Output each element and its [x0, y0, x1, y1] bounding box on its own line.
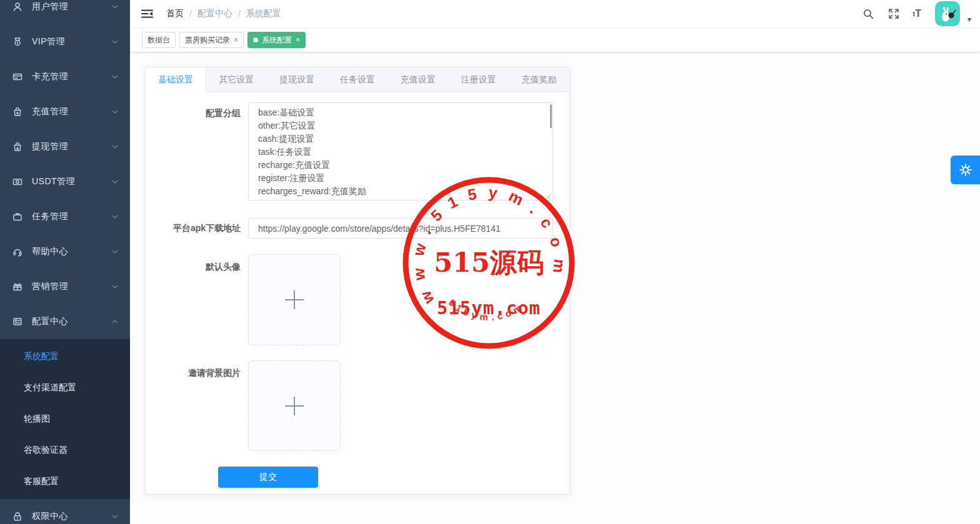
- caret-down-icon[interactable]: ▾: [968, 15, 971, 24]
- chevron-down-icon: [111, 213, 119, 220]
- sidebar-item-label: 提现管理: [32, 141, 111, 152]
- sidebar-item-label: 配置中心: [32, 316, 111, 327]
- breadcrumb-separator: /: [238, 9, 241, 19]
- sidebar-item-label: VIP管理: [32, 36, 111, 47]
- tag-label: 系统配置: [262, 35, 292, 46]
- sidebar-item-label: 权限中心: [32, 511, 111, 522]
- font-size-big-letter: T: [915, 8, 921, 19]
- sidebar-item-permission[interactable]: 权限中心: [0, 499, 130, 524]
- chevron-down-icon: [111, 513, 119, 520]
- chevron-down-icon: [111, 248, 119, 255]
- close-icon[interactable]: ×: [234, 36, 238, 44]
- sidebar-item-config-center[interactable]: 配置中心: [0, 304, 130, 339]
- tag-system-config[interactable]: 系统配置 ×: [248, 32, 306, 48]
- chevron-down-icon: [111, 38, 119, 46]
- main-area: 首页 / 配置中心 / 系统配置 tT ▾: [130, 0, 980, 524]
- tab-other-settings[interactable]: 其它设置: [206, 67, 267, 92]
- config-groups-textarea[interactable]: base:基础设置 other:其它设置 cash:提现设置 task:任务设置…: [248, 102, 553, 200]
- search-icon[interactable]: [862, 8, 874, 20]
- avatar[interactable]: [935, 1, 960, 26]
- font-size-icon[interactable]: tT: [913, 8, 921, 19]
- sidebar-item-vip[interactable]: VIP管理: [0, 24, 130, 59]
- sidebar-item-usdt[interactable]: USDT管理: [0, 164, 130, 199]
- tab-recharge-reward[interactable]: 充值奖励: [509, 67, 569, 92]
- topbar-actions: tT ▾: [849, 1, 971, 26]
- sidebar-collapse-icon[interactable]: [141, 7, 155, 20]
- settings-card-icon: [11, 315, 24, 328]
- config-groups-field-wrap: base:基础设置 other:其它设置 cash:提现设置 task:任务设置…: [248, 102, 553, 203]
- submenu-label: 系统配置: [24, 351, 59, 362]
- tab-task-settings[interactable]: 任务设置: [328, 67, 388, 92]
- topbar: 首页 / 配置中心 / 系统配置 tT ▾: [130, 0, 980, 28]
- bag-arrow-down-icon: [11, 141, 24, 153]
- sidebar-item-label: 用户管理: [32, 1, 111, 12]
- sidebar-item-withdraw[interactable]: 提现管理: [0, 129, 130, 164]
- lock-icon: [11, 510, 24, 523]
- sidebar-item-carousel[interactable]: 轮播图: [0, 403, 130, 435]
- submenu-label: 支付渠道配置: [24, 382, 76, 393]
- sidebar-item-payment-channel[interactable]: 支付渠道配置: [0, 372, 130, 403]
- sidebar-menu: 用户管理 VIP管理 卡充管理 充: [0, 0, 130, 524]
- app-root: 用户管理 VIP管理 卡充管理 充: [0, 0, 980, 524]
- tab-register-settings[interactable]: 注册设置: [448, 67, 509, 92]
- chevron-up-icon: [111, 318, 119, 325]
- fullscreen-icon[interactable]: [888, 8, 899, 19]
- sidebar-item-users[interactable]: 用户管理: [0, 0, 130, 24]
- plus-icon: [285, 397, 304, 415]
- gift-icon: [11, 280, 24, 293]
- form-submit-row: 提交: [146, 467, 569, 488]
- tag-ticket-records[interactable]: 票房购买记录 ×: [179, 32, 244, 48]
- chevron-down-icon: [111, 73, 119, 81]
- form-row-default-avatar: 默认头像: [146, 254, 569, 345]
- settings-card: 基础设置 其它设置 提现设置 任务设置 充值设置 注册设置 充值奖励 配置分组 …: [145, 67, 570, 495]
- tag-label: 票房购买记录: [185, 35, 230, 46]
- gear-icon: [959, 163, 972, 177]
- chevron-down-icon: [111, 283, 119, 290]
- textarea-scrollbar-thumb[interactable]: [550, 104, 552, 128]
- tab-basic-settings[interactable]: 基础设置: [146, 67, 206, 92]
- submenu-label: 谷歌验证器: [24, 445, 68, 456]
- sidebar-item-marketing[interactable]: 营销管理: [0, 269, 130, 304]
- tab-withdraw-settings[interactable]: 提现设置: [267, 67, 328, 92]
- config-submenu: 系统配置 支付渠道配置 轮播图 谷歌验证器 客服配置: [0, 339, 130, 499]
- submit-button[interactable]: 提交: [218, 467, 318, 488]
- sidebar-item-system-config[interactable]: 系统配置: [0, 341, 130, 372]
- sidebar-item-card-recharge[interactable]: 卡充管理: [0, 59, 130, 94]
- apk-url-input[interactable]: [248, 218, 553, 239]
- apk-url-label: 平台apk下载地址: [146, 218, 248, 239]
- close-icon[interactable]: ×: [296, 36, 300, 44]
- sidebar: 用户管理 VIP管理 卡充管理 充: [0, 0, 130, 524]
- tagbar: 数据台 票房购买记录 × 系统配置 ×: [130, 28, 980, 52]
- user-icon: [11, 1, 24, 13]
- sidebar-item-customer-service[interactable]: 客服配置: [0, 466, 130, 497]
- breadcrumb-system-config: 系统配置: [246, 8, 281, 19]
- config-groups-label: 配置分组: [146, 102, 248, 203]
- default-avatar-upload[interactable]: [248, 254, 341, 345]
- chevron-down-icon: [111, 178, 119, 185]
- headset-icon: [11, 245, 24, 258]
- invite-bg-upload[interactable]: [248, 360, 341, 451]
- sidebar-item-help[interactable]: 帮助中心: [0, 234, 130, 269]
- default-avatar-label: 默认头像: [146, 254, 248, 345]
- form-row-config-groups: 配置分组 base:基础设置 other:其它设置 cash:提现设置 task…: [146, 102, 569, 203]
- sidebar-item-label: 帮助中心: [32, 246, 111, 257]
- sidebar-item-google-auth[interactable]: 谷歌验证器: [0, 435, 130, 466]
- sidebar-item-tasks[interactable]: 任务管理: [0, 199, 130, 234]
- breadcrumb-home[interactable]: 首页: [166, 8, 184, 19]
- submenu-label: 轮播图: [24, 413, 50, 425]
- breadcrumb: 首页 / 配置中心 / 系统配置: [166, 8, 281, 19]
- tab-recharge-settings[interactable]: 充值设置: [388, 67, 448, 92]
- submenu-label: 客服配置: [24, 476, 59, 487]
- chevron-down-icon: [111, 3, 119, 11]
- settings-tabs: 基础设置 其它设置 提现设置 任务设置 充值设置 注册设置 充值奖励: [146, 67, 569, 92]
- sidebar-item-label: 充值管理: [32, 106, 111, 117]
- tag-label: 数据台: [148, 35, 170, 46]
- chevron-down-icon: [111, 108, 119, 116]
- form-row-apk-url: 平台apk下载地址: [146, 218, 569, 239]
- theme-settings-fab[interactable]: [951, 156, 980, 184]
- briefcase-icon: [11, 210, 24, 223]
- basic-settings-form: 配置分组 base:基础设置 other:其它设置 cash:提现设置 task…: [146, 92, 569, 488]
- bag-arrow-up-icon: [11, 106, 24, 118]
- sidebar-item-recharge[interactable]: 充值管理: [0, 94, 130, 129]
- tag-dashboard[interactable]: 数据台: [142, 32, 176, 48]
